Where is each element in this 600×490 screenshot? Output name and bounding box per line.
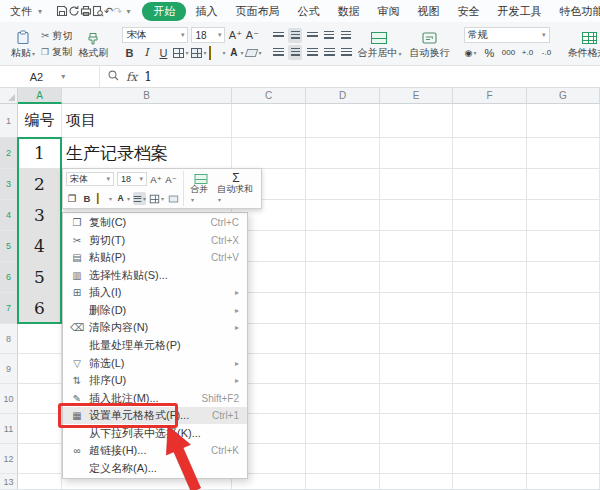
cell-D13[interactable] xyxy=(306,474,380,490)
menu-item-插入批注[interactable]: ✎插入批注(M)...Shift+F2 xyxy=(63,389,247,407)
borders-button[interactable]: ▾ xyxy=(173,45,188,60)
tab-数据[interactable]: 数据 xyxy=(328,2,368,21)
cell-A12[interactable] xyxy=(18,444,62,474)
cell-E7[interactable] xyxy=(380,293,453,324)
cell-F4[interactable] xyxy=(453,200,527,231)
cell-E8[interactable] xyxy=(380,324,453,354)
menu-item-筛选[interactable]: ▽筛选(L)▸ xyxy=(63,354,247,372)
cell-G7[interactable] xyxy=(527,293,600,324)
cell-F10[interactable] xyxy=(453,384,527,414)
font-size-select[interactable]: 18▾ xyxy=(191,27,225,43)
mini-bold-button[interactable]: B xyxy=(81,192,93,205)
cell-B2[interactable]: 生产记录档案 xyxy=(62,138,232,169)
cell-C1[interactable] xyxy=(232,104,306,138)
cell-D12[interactable] xyxy=(306,444,380,474)
menu-item-排序[interactable]: ⇅排序(U)▸ xyxy=(63,372,247,390)
align-left-icon[interactable] xyxy=(271,45,285,60)
mini-autosum-button[interactable]: Σ 自动求和▾ xyxy=(214,171,258,206)
row-header-13[interactable]: 13 xyxy=(0,474,18,490)
cell-E6[interactable] xyxy=(380,262,453,293)
menu-item-超链接[interactable]: ∞超链接(H)...Ctrl+K xyxy=(63,442,247,460)
decrease-indent-icon[interactable] xyxy=(322,28,336,43)
tab-插入[interactable]: 插入 xyxy=(186,2,226,21)
column-header-C[interactable]: C xyxy=(232,88,306,104)
row-header-12[interactable]: 12 xyxy=(0,444,18,474)
cell-D6[interactable] xyxy=(306,262,380,293)
format-painter-button[interactable]: 格式刷 xyxy=(74,28,112,60)
menu-item-删除[interactable]: 删除(D)▸ xyxy=(63,302,247,320)
copy-button[interactable]: ❐ 复制 xyxy=(39,45,74,59)
column-header-D[interactable]: D xyxy=(306,88,380,104)
column-header-B[interactable]: B xyxy=(62,88,232,104)
row-header-2[interactable]: 2 xyxy=(0,138,18,169)
cell-G3[interactable] xyxy=(527,169,600,200)
cell-D3[interactable] xyxy=(306,169,380,200)
row-header-4[interactable]: 4 xyxy=(0,200,18,231)
font-name-select[interactable]: 宋体▾ xyxy=(122,27,188,43)
cell-A3[interactable]: 2 xyxy=(18,169,62,200)
menu-item-定义名称[interactable]: 定义名称(A)... xyxy=(63,459,247,477)
mini-align-center-button[interactable]: ▾ xyxy=(133,192,146,205)
clear-format-button[interactable]: ▾ xyxy=(246,45,261,60)
decrease-decimal-button[interactable]: -.0 xyxy=(540,45,554,60)
decrease-font-icon[interactable]: A⁻ xyxy=(245,28,259,43)
cell-E1[interactable] xyxy=(380,104,453,138)
mini-format-painter-icon[interactable]: ❐ xyxy=(66,192,78,205)
row-header-1[interactable]: 1 xyxy=(0,104,18,138)
cell-G1[interactable] xyxy=(527,104,600,138)
shading-button[interactable]: ▾ xyxy=(191,45,206,60)
bold-button[interactable]: B xyxy=(122,45,136,60)
cell-G13[interactable] xyxy=(527,474,600,490)
increase-decimal-button[interactable]: +.0 xyxy=(521,45,535,60)
cell-F1[interactable] xyxy=(453,104,527,138)
column-header-A[interactable]: A xyxy=(18,88,62,104)
percent-style-button[interactable]: % xyxy=(483,45,497,60)
column-header-E[interactable]: E xyxy=(380,88,453,104)
mini-increase-font-icon[interactable]: A⁺ xyxy=(150,173,162,186)
quickbar-more-icon[interactable]: ▾ xyxy=(126,7,130,16)
row-header-8[interactable]: 8 xyxy=(0,324,18,354)
cell-A9[interactable] xyxy=(18,354,62,384)
cell-A10[interactable] xyxy=(18,384,62,414)
menu-item-清除内容[interactable]: ⌫清除内容(N)▸ xyxy=(63,319,247,337)
cell-G6[interactable] xyxy=(527,262,600,293)
cell-F3[interactable] xyxy=(453,169,527,200)
cell-F7[interactable] xyxy=(453,293,527,324)
menu-item-复制[interactable]: ❐复制(C)Ctrl+C xyxy=(63,214,247,232)
cell-E13[interactable] xyxy=(380,474,453,490)
cell-D9[interactable] xyxy=(306,354,380,384)
italic-button[interactable]: I xyxy=(139,45,153,60)
menu-item-设置单元格格式[interactable]: ▦设置单元格格式(F)...Ctrl+1 xyxy=(63,407,247,425)
cell-F6[interactable] xyxy=(453,262,527,293)
cell-D8[interactable] xyxy=(306,324,380,354)
row-header-9[interactable]: 9 xyxy=(0,354,18,384)
menu-item-剪切[interactable]: ✂剪切(T)Ctrl+X xyxy=(63,232,247,250)
tab-特色功能[interactable]: 特色功能 xyxy=(550,2,600,21)
formula-input[interactable]: 1 xyxy=(144,70,152,84)
row-header-10[interactable]: 10 xyxy=(0,384,18,414)
menu-item-批量处理单元格[interactable]: 批量处理单元格(P) xyxy=(63,337,247,355)
save-icon[interactable] xyxy=(56,3,68,19)
menu-item-选择性粘贴[interactable]: ▥选择性粘贴(S)... xyxy=(63,267,247,285)
select-all-corner[interactable] xyxy=(0,88,18,104)
undo-icon[interactable]: ↶ xyxy=(104,3,113,19)
tab-公式[interactable]: 公式 xyxy=(288,2,328,21)
cell-A8[interactable] xyxy=(18,324,62,354)
cell-G5[interactable] xyxy=(527,231,600,262)
currency-style-button[interactable]: ◉▾ xyxy=(464,45,478,60)
column-header-F[interactable]: F xyxy=(453,88,527,104)
cell-G10[interactable] xyxy=(527,384,600,414)
cell-D11[interactable] xyxy=(306,414,380,444)
mini-merge-button[interactable]: 合并▾ xyxy=(187,171,214,206)
redo-icon[interactable]: ↷ xyxy=(113,3,122,19)
cell-E2[interactable] xyxy=(380,138,453,169)
increase-font-icon[interactable]: A⁺ xyxy=(228,28,242,43)
row-header-3[interactable]: 3 xyxy=(0,169,18,200)
cell-F11[interactable] xyxy=(453,414,527,444)
row-header-11[interactable]: 11 xyxy=(0,414,18,444)
file-menu[interactable]: 文件 xyxy=(10,4,32,19)
align-right-icon[interactable] xyxy=(305,45,319,60)
cell-A5[interactable]: 4 xyxy=(18,231,62,262)
cell-D7[interactable] xyxy=(306,293,380,324)
cell-B1[interactable]: 项目 xyxy=(62,104,232,138)
